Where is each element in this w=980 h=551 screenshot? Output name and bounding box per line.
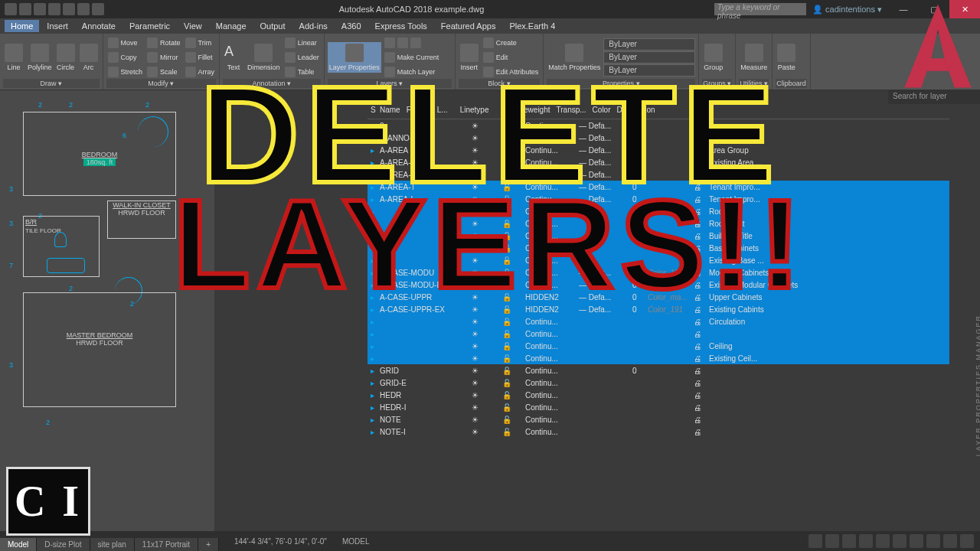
create-button[interactable]: Create bbox=[482, 36, 541, 50]
linear-button[interactable]: Linear bbox=[283, 36, 321, 50]
mirror-button[interactable]: Mirror bbox=[145, 51, 182, 64]
move-button[interactable]: Move bbox=[106, 36, 145, 50]
snap-toggle[interactable] bbox=[825, 534, 839, 548]
app-icon[interactable] bbox=[5, 3, 17, 15]
modify-label[interactable]: Modify ▾ bbox=[106, 79, 217, 88]
layer-row[interactable]: ▸☀🔓Continu...🖨Circulation bbox=[368, 315, 949, 328]
tab-express[interactable]: Express Tools bbox=[369, 20, 433, 32]
clip-label[interactable]: Clipboard bbox=[776, 79, 807, 88]
ortho-toggle[interactable] bbox=[842, 534, 856, 548]
qat-print[interactable] bbox=[92, 3, 104, 15]
leader-button[interactable]: Leader bbox=[283, 51, 321, 64]
tab-output[interactable]: Output bbox=[254, 20, 292, 32]
qat-undo[interactable] bbox=[63, 3, 75, 15]
lweight-toggle[interactable] bbox=[910, 534, 923, 548]
block-label[interactable]: Block ▾ bbox=[459, 79, 541, 88]
layer-row[interactable]: ▸☀🔓Continu...🖨Building Title bbox=[368, 230, 949, 242]
layer-row[interactable]: ▸A-AREA-T☀🔓Continu...— Defa...0🖨Tenant I… bbox=[368, 181, 949, 193]
paste-button[interactable]: Paste bbox=[776, 42, 797, 73]
edit-attr-button[interactable]: Edit Attributes bbox=[482, 65, 541, 79]
layer-row[interactable]: ▸A-AREA-I☀🔓Continu...— Defa...0🖨Tenant I… bbox=[368, 193, 949, 205]
stretch-button[interactable]: Stretch bbox=[106, 65, 145, 79]
layer-btn-a[interactable] bbox=[383, 36, 452, 50]
tab-view[interactable]: View bbox=[178, 20, 208, 32]
tab-dsize[interactable]: D-size Plot bbox=[37, 538, 90, 551]
linetype-dropdown[interactable]: ByLayer bbox=[603, 64, 695, 77]
trim-button[interactable]: Trim bbox=[184, 36, 217, 50]
grid-toggle[interactable] bbox=[808, 534, 822, 548]
lineweight-dropdown[interactable]: ByLayer bbox=[603, 51, 695, 64]
workspace-button[interactable] bbox=[943, 534, 957, 548]
user-account[interactable]: 👤 cadintentions ▾ bbox=[806, 5, 888, 15]
table-button[interactable]: Table bbox=[283, 65, 321, 79]
layer-row[interactable]: ▸0☀🔓Continu...— Defa...0🖨 bbox=[368, 119, 949, 132]
tab-home[interactable]: Home bbox=[5, 20, 39, 32]
arc-button[interactable]: Arc bbox=[78, 42, 100, 73]
rotate-button[interactable]: Rotate bbox=[145, 36, 182, 50]
text-button[interactable]: AText bbox=[223, 42, 244, 73]
layer-search[interactable]: Search for layer bbox=[888, 90, 980, 104]
layer-row[interactable]: ▸GRID☀🔓Continu...0🖨 bbox=[368, 364, 949, 377]
tab-featured[interactable]: Featured Apps bbox=[435, 20, 502, 32]
tab-a360[interactable]: A360 bbox=[335, 20, 368, 32]
dimension-button[interactable]: Dimension bbox=[246, 42, 282, 73]
layer-row[interactable]: ▸☀🔓Continu...🖨Existing Base ... bbox=[368, 254, 949, 266]
layer-row[interactable]: ▸☀🔓Continu...🖨 bbox=[368, 328, 949, 340]
tab-insert[interactable]: Insert bbox=[41, 20, 74, 32]
copy-button[interactable]: Copy bbox=[106, 51, 145, 64]
group-button[interactable]: Group bbox=[702, 42, 724, 73]
line-button[interactable]: Line bbox=[3, 42, 24, 73]
layer-row[interactable]: ▸A-ANNO-T...☀🔓Continu...— Defa...0🖨Exist… bbox=[368, 132, 949, 144]
layer-properties-button[interactable]: Layer Properties bbox=[328, 42, 381, 73]
help-search[interactable]: Type a keyword or phrase bbox=[714, 3, 806, 15]
layer-row[interactable]: ▸☀🔓Continu...🖨Existing Ceil... bbox=[368, 352, 949, 364]
scale-button[interactable]: Scale bbox=[145, 65, 182, 79]
tab-add[interactable]: + bbox=[198, 538, 219, 551]
polar-toggle[interactable] bbox=[859, 534, 873, 548]
layers-label[interactable]: Layers ▾ bbox=[328, 79, 452, 88]
layer-row[interactable]: ▸NOTE☀🔓Continu...🖨 bbox=[368, 413, 949, 425]
model-indicator[interactable]: MODEL bbox=[342, 537, 370, 546]
make-current-button[interactable]: Make Current bbox=[383, 51, 452, 64]
match-props-button[interactable]: Match Properties bbox=[547, 42, 602, 73]
tab-model[interactable]: Model bbox=[0, 538, 37, 551]
layer-row[interactable]: ▸A-AREA-TI☀🔓Continu...— Defa...0🖨Existin… bbox=[368, 156, 949, 168]
tab-annotate[interactable]: Annotate bbox=[76, 20, 122, 32]
groups-label[interactable]: Groups ▾ bbox=[702, 79, 732, 88]
props-label[interactable]: Properties ▾ bbox=[547, 79, 695, 88]
qat-save[interactable] bbox=[48, 3, 60, 15]
tab-plexearth[interactable]: Plex.Earth 4 bbox=[503, 20, 561, 32]
tab-parametric[interactable]: Parametric bbox=[123, 20, 176, 32]
clean-screen[interactable] bbox=[960, 534, 974, 548]
layer-row[interactable]: ▸A-CASE-UPPR☀🔓HIDDEN2— Defa...0Color_ma.… bbox=[368, 291, 949, 303]
annot-label[interactable]: Annotation ▾ bbox=[223, 79, 321, 88]
edit-block-button[interactable]: Edit bbox=[482, 51, 541, 64]
tab-manage[interactable]: Manage bbox=[210, 20, 253, 32]
util-label[interactable]: Utilities ▾ bbox=[739, 79, 769, 88]
layer-row[interactable]: ▸☀🔓Continu...🖨Roof bbox=[368, 205, 949, 217]
insert-button[interactable]: Insert bbox=[459, 42, 480, 73]
layer-row[interactable]: ▸NOTE-I☀🔓Continu...🖨 bbox=[368, 425, 949, 438]
polyline-button[interactable]: Polyline bbox=[26, 42, 54, 73]
drawing-canvas[interactable]: 2 2 2 6 3 3 2 7 2 2 3 2 BEDROOM 180sq. f… bbox=[0, 90, 214, 531]
measure-button[interactable]: Measure bbox=[739, 42, 769, 73]
layer-row[interactable]: ▸HEDR-I☀🔓Continu...🖨 bbox=[368, 401, 949, 413]
tab-addins[interactable]: Add-ins bbox=[293, 20, 334, 32]
draw-label[interactable]: Draw ▾ bbox=[3, 79, 100, 88]
qat-new[interactable] bbox=[19, 3, 31, 15]
circle-button[interactable]: Circle bbox=[55, 42, 77, 73]
fillet-button[interactable]: Fillet bbox=[184, 51, 217, 64]
anno-toggle[interactable] bbox=[926, 534, 940, 548]
layer-row[interactable]: ▸GRID-E☀🔓Continu...🖨 bbox=[368, 377, 949, 389]
layer-row[interactable]: ▸A-CASE-UPPR-EX☀🔓HIDDEN2— Defa...0Color_… bbox=[368, 303, 949, 315]
otrack-toggle[interactable] bbox=[893, 534, 906, 548]
layer-row[interactable]: ▸☀🔓Continu...🖨Ceiling bbox=[368, 340, 949, 352]
layer-row[interactable]: ▸A-AREA-SI☀🔓Continu...— Defa...0🖨Area Si… bbox=[368, 168, 949, 181]
layer-row[interactable]: ▸A-CASE-MODU☀🔓Continu...— Defa...0Color_… bbox=[368, 266, 949, 279]
layer-row[interactable]: ▸A-CASE-MODU-EX☀🔓Continu...— Defa...0Col… bbox=[368, 279, 949, 291]
array-button[interactable]: Array bbox=[184, 65, 217, 79]
tab-11x17[interactable]: 11x17 Portrait bbox=[135, 538, 198, 551]
qat-open[interactable] bbox=[34, 3, 46, 15]
layer-row[interactable]: ▸☀🔓Continu...🖨Roof Soffit bbox=[368, 217, 949, 230]
qat-redo[interactable] bbox=[77, 3, 90, 15]
